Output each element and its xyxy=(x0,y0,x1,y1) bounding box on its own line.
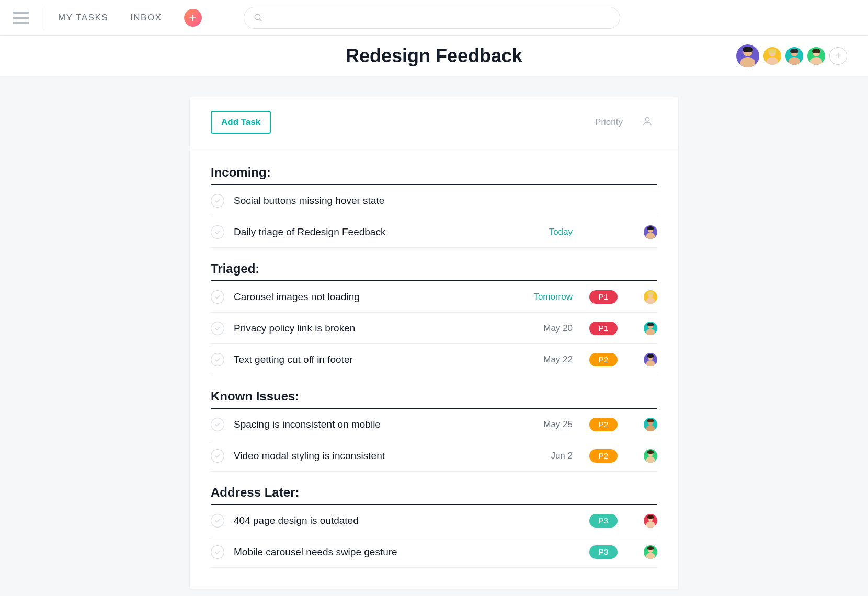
avatar[interactable] xyxy=(644,449,657,463)
assignee-cell[interactable] xyxy=(626,449,657,463)
due-date[interactable]: May 25 xyxy=(510,419,573,430)
task-row[interactable]: Mobile carousel needs swipe gestureP3 xyxy=(211,536,657,568)
avatar[interactable] xyxy=(644,290,657,304)
add-task-button[interactable]: Add Task xyxy=(211,111,271,134)
due-date[interactable]: Today xyxy=(510,227,573,237)
due-date[interactable]: Tomorrow xyxy=(510,292,573,302)
search-field[interactable] xyxy=(244,7,620,29)
complete-checkbox[interactable] xyxy=(211,449,224,463)
complete-checkbox[interactable] xyxy=(211,225,224,239)
complete-checkbox[interactable] xyxy=(211,322,224,335)
task-row[interactable]: 404 page design is outdatedP3 xyxy=(211,505,657,536)
assignee-cell[interactable] xyxy=(626,514,657,528)
avatar[interactable] xyxy=(644,322,657,335)
hamburger-menu-icon[interactable] xyxy=(10,7,31,28)
card-body: Incoming:Social buttons missing hover st… xyxy=(190,147,678,589)
complete-checkbox[interactable] xyxy=(211,194,224,208)
person-icon xyxy=(642,116,653,127)
task-row[interactable]: Carousel images not loadingTomorrowP1 xyxy=(211,281,657,313)
priority-pill[interactable]: P3 xyxy=(589,514,618,528)
priority-pill[interactable]: P3 xyxy=(589,545,618,559)
check-icon xyxy=(214,356,221,363)
assignee-cell[interactable] xyxy=(626,225,657,239)
project-header: Redesign Feedback + xyxy=(0,36,868,76)
section-title[interactable]: Known Issues: xyxy=(211,389,657,409)
complete-checkbox[interactable] xyxy=(211,290,224,304)
priority-pill[interactable]: P2 xyxy=(589,449,618,463)
task-row[interactable]: Daily triage of Redesign FeedbackToday xyxy=(211,216,657,248)
assignee-cell[interactable] xyxy=(626,545,657,559)
task-list-card: Add Task Priority Incoming:Social button… xyxy=(190,97,678,589)
assignee-cell[interactable] xyxy=(626,353,657,366)
task-title: Social buttons missing hover state xyxy=(234,195,510,207)
due-date[interactable]: May 20 xyxy=(510,323,573,334)
complete-checkbox[interactable] xyxy=(211,514,224,528)
avatar[interactable] xyxy=(644,353,657,366)
plus-icon: + xyxy=(189,12,196,24)
task-title: Daily triage of Redesign Feedback xyxy=(234,226,510,238)
global-add-button[interactable]: + xyxy=(184,9,202,27)
section-title[interactable]: Incoming: xyxy=(211,165,657,185)
check-icon xyxy=(214,197,221,204)
card-toolbar: Add Task Priority xyxy=(190,97,678,147)
section-title[interactable]: Triaged: xyxy=(211,261,657,281)
avatar[interactable] xyxy=(644,514,657,528)
task-title: Spacing is inconsistent on mobile xyxy=(234,419,510,430)
task-title: Video modal styling is inconsistent xyxy=(234,450,510,462)
check-icon xyxy=(214,548,221,556)
task-section: Known Issues:Spacing is inconsistent on … xyxy=(211,389,657,472)
due-date[interactable]: Jun 2 xyxy=(510,451,573,461)
avatar[interactable] xyxy=(807,47,825,65)
task-title: 404 page design is outdated xyxy=(234,515,510,526)
check-icon xyxy=(214,452,221,460)
task-row[interactable]: Video modal styling is inconsistentJun 2… xyxy=(211,440,657,472)
nav-my-tasks[interactable]: MY TASKS xyxy=(58,13,108,23)
priority-column-header[interactable]: Priority xyxy=(595,117,623,128)
svg-point-2 xyxy=(645,117,649,121)
avatar[interactable] xyxy=(785,47,803,65)
avatar[interactable] xyxy=(644,225,657,239)
project-title: Redesign Feedback xyxy=(346,45,522,67)
priority-pill[interactable]: P1 xyxy=(589,322,618,335)
task-title: Carousel images not loading xyxy=(234,291,510,303)
priority-pill[interactable]: P1 xyxy=(589,290,618,304)
check-icon xyxy=(214,228,221,236)
assignee-cell[interactable] xyxy=(626,322,657,335)
check-icon xyxy=(214,517,221,524)
check-icon xyxy=(214,421,221,428)
task-row[interactable]: Spacing is inconsistent on mobileMay 25P… xyxy=(211,409,657,440)
search-input[interactable] xyxy=(268,13,610,22)
check-icon xyxy=(214,293,221,301)
complete-checkbox[interactable] xyxy=(211,545,224,559)
svg-line-1 xyxy=(259,19,262,21)
main-area: Add Task Priority Incoming:Social button… xyxy=(0,76,868,589)
add-member-button[interactable]: + xyxy=(829,47,847,65)
task-section: Address Later:404 page design is outdate… xyxy=(211,485,657,568)
avatar[interactable] xyxy=(644,418,657,431)
project-members: + xyxy=(734,44,847,67)
priority-pill[interactable]: P2 xyxy=(589,353,618,366)
check-icon xyxy=(214,325,221,332)
task-row[interactable]: Text getting cut off in footerMay 22P2 xyxy=(211,344,657,375)
task-section: Incoming:Social buttons missing hover st… xyxy=(211,165,657,248)
complete-checkbox[interactable] xyxy=(211,418,224,431)
task-row[interactable]: Privacy policy link is brokenMay 20P1 xyxy=(211,313,657,344)
nav-inbox[interactable]: INBOX xyxy=(130,13,162,23)
avatar[interactable] xyxy=(763,47,781,65)
avatar[interactable] xyxy=(736,44,759,67)
top-nav: MY TASKS INBOX + xyxy=(0,0,868,36)
complete-checkbox[interactable] xyxy=(211,353,224,366)
section-title[interactable]: Address Later: xyxy=(211,485,657,505)
plus-icon: + xyxy=(835,50,841,62)
assignee-cell[interactable] xyxy=(626,418,657,431)
priority-pill[interactable]: P2 xyxy=(589,418,618,431)
task-row[interactable]: Social buttons missing hover state xyxy=(211,185,657,216)
search-icon xyxy=(254,13,263,22)
assignee-column-header[interactable] xyxy=(642,116,653,129)
task-title: Mobile carousel needs swipe gesture xyxy=(234,546,510,558)
svg-point-0 xyxy=(255,14,260,20)
assignee-cell[interactable] xyxy=(626,290,657,304)
due-date[interactable]: May 22 xyxy=(510,354,573,365)
avatar[interactable] xyxy=(644,545,657,559)
task-title: Privacy policy link is broken xyxy=(234,323,510,334)
